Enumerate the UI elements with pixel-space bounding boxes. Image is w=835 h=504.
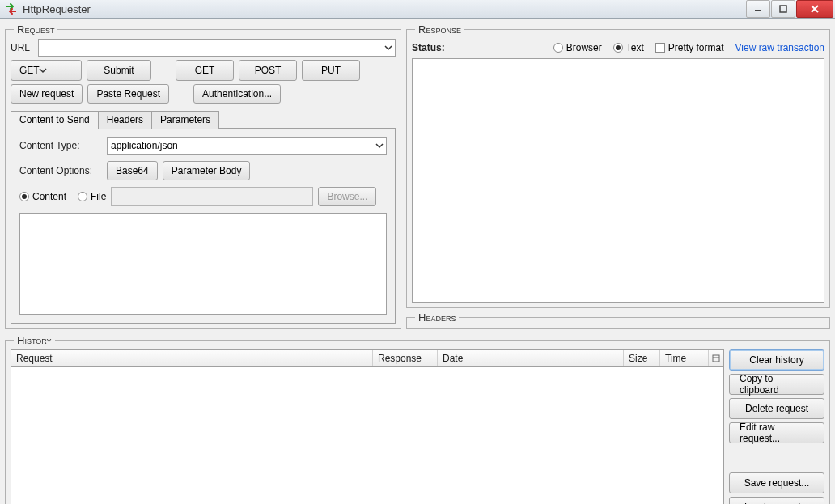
delete-request-label: Delete request [745, 403, 808, 414]
request-legend: Request [14, 23, 57, 36]
checkbox-box-icon [655, 43, 665, 53]
svg-rect-1 [780, 6, 786, 12]
put-label: PUT [321, 65, 341, 76]
file-path-input[interactable] [111, 187, 313, 206]
tab-parameters[interactable]: Parameters [151, 111, 219, 129]
content-type-value: application/json [111, 140, 178, 151]
text-radio-label: Text [626, 42, 644, 53]
history-col-date[interactable]: Date [438, 350, 624, 366]
response-body-area[interactable] [412, 58, 824, 303]
paste-request-label: Paste Request [96, 88, 160, 100]
authentication-button[interactable]: Authentication... [193, 84, 281, 104]
get-button[interactable]: GET [176, 60, 234, 81]
response-headers-panel: Headers [406, 311, 830, 329]
file-radio[interactable]: File [78, 191, 106, 202]
tab-headers-label: Headers [107, 114, 143, 125]
edit-raw-request-button[interactable]: Edit raw request... [729, 422, 824, 443]
response-panel: Response Status: Browser Text Pretty for [406, 23, 830, 308]
history-header-row: Request Response Date Size Time [11, 349, 724, 367]
history-col-time[interactable]: Time [660, 350, 709, 366]
clear-history-label: Clear history [749, 354, 803, 366]
maximize-button[interactable] [771, 0, 795, 18]
history-table: Request Response Date Size Time [11, 349, 724, 504]
load-request-button[interactable]: Load request... [729, 497, 824, 504]
pretty-format-label: Pretty format [668, 42, 724, 53]
browser-radio-label: Browser [566, 42, 602, 53]
url-input[interactable] [38, 39, 396, 57]
tab-content-to-send[interactable]: Content to Send [11, 111, 99, 129]
submit-button[interactable]: Submit [87, 60, 151, 81]
status-label: Status: [412, 42, 445, 53]
base64-button[interactable]: Base64 [107, 161, 158, 180]
browse-label: Browse... [327, 191, 367, 202]
authentication-label: Authentication... [202, 88, 272, 100]
request-tabs: Content to Send Headers Parameters [11, 110, 396, 129]
parameter-body-label: Parameter Body [172, 165, 242, 176]
get-label: GET [195, 65, 215, 76]
base64-label: Base64 [116, 165, 149, 176]
content-radio[interactable]: Content [19, 191, 66, 202]
browse-button[interactable]: Browse... [318, 187, 376, 206]
new-request-button[interactable]: New request [11, 84, 83, 104]
history-col-size[interactable]: Size [624, 350, 660, 366]
delete-request-button[interactable]: Delete request [729, 398, 824, 419]
response-headers-legend: Headers [415, 311, 459, 324]
history-legend: History [14, 334, 55, 346]
post-label: POST [255, 65, 282, 76]
submit-label: Submit [104, 65, 134, 76]
column-picker-icon [712, 354, 720, 362]
window-title: HttpRequester [23, 3, 91, 15]
copy-clipboard-label: Copy to clipboard [740, 373, 814, 396]
history-col-menu[interactable] [709, 350, 723, 366]
new-request-label: New request [19, 88, 74, 100]
history-col-response[interactable]: Response [373, 350, 438, 366]
history-buttons: Clear history Copy to clipboard Delete r… [729, 349, 824, 504]
save-request-button[interactable]: Save request... [729, 472, 824, 493]
minimize-button[interactable] [746, 0, 770, 18]
copy-clipboard-button[interactable]: Copy to clipboard [729, 374, 824, 395]
browser-radio[interactable]: Browser [553, 42, 602, 53]
content-radio-label: Content [32, 191, 66, 202]
paste-request-button[interactable]: Paste Request [87, 84, 169, 104]
radio-dot-icon [553, 43, 563, 53]
history-panel: History Request Response Date Size Time … [5, 334, 830, 504]
pretty-format-checkbox[interactable]: Pretty format [655, 42, 724, 53]
app-icon [5, 2, 18, 15]
titlebar: HttpRequester [0, 0, 835, 19]
view-raw-transaction-link[interactable]: View raw transaction [735, 42, 825, 53]
method-selected: GET [19, 65, 40, 76]
content-type-label: Content Type: [19, 140, 102, 151]
tab-content-label: Content to Send [19, 114, 90, 125]
post-button[interactable]: POST [239, 60, 297, 81]
edit-raw-request-label: Edit raw request... [740, 421, 814, 444]
save-request-label: Save request... [744, 477, 810, 489]
file-radio-label: File [91, 191, 106, 202]
method-select[interactable]: GET [11, 60, 82, 81]
close-button[interactable] [796, 0, 833, 18]
tab-panel-content: Content Type: application/json Content O… [11, 129, 396, 324]
request-body-textarea[interactable] [19, 213, 387, 315]
chevron-down-icon[interactable] [384, 43, 393, 53]
chevron-down-icon[interactable] [375, 141, 384, 150]
tab-headers[interactable]: Headers [98, 111, 152, 129]
radio-dot-icon [78, 192, 87, 201]
text-radio[interactable]: Text [613, 42, 644, 53]
chevron-down-icon[interactable] [40, 65, 46, 76]
history-col-request[interactable]: Request [11, 350, 373, 366]
history-body[interactable] [11, 367, 724, 504]
url-label: URL [11, 42, 33, 53]
content-type-select[interactable]: application/json [107, 137, 387, 155]
svg-rect-4 [713, 355, 719, 362]
content-options-label: Content Options: [19, 165, 102, 176]
parameter-body-button[interactable]: Parameter Body [163, 161, 251, 180]
response-legend: Response [415, 23, 464, 36]
clear-history-button[interactable]: Clear history [729, 349, 824, 371]
request-panel: Request URL GET Submit [5, 23, 401, 329]
radio-dot-icon [19, 192, 29, 201]
radio-dot-icon [613, 43, 623, 53]
put-button[interactable]: PUT [302, 60, 360, 81]
tab-parameters-label: Parameters [160, 114, 210, 125]
